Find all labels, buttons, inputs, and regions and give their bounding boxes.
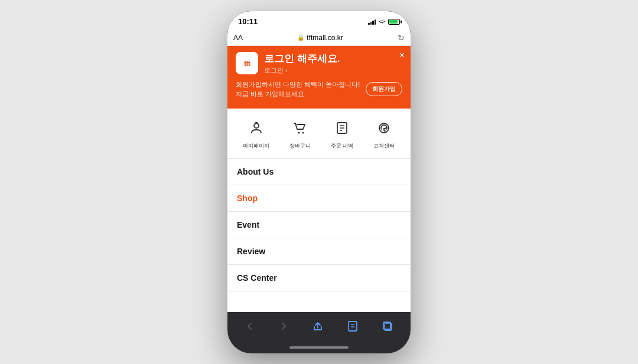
url-field[interactable]: 🔒 tftmall.co.kr (248, 34, 393, 42)
content-area: × tft 로그인 해주세요. 로그인 › 회원가입하시면 다양한 혜택이 쏟아… (227, 46, 411, 312)
svg-point-0 (254, 123, 259, 128)
quick-icon-orders[interactable]: 주문 내역 (331, 117, 354, 150)
login-heading: 로그인 해주세요. (264, 52, 340, 65)
member-text-line2: 지금 바로 가입해보세요. (236, 90, 306, 97)
nav-item-review[interactable]: Review (227, 238, 411, 265)
svg-point-3 (302, 132, 304, 133)
mypage-icon (245, 117, 268, 139)
orange-banner: × tft 로그인 해주세요. 로그인 › 회원가입하시면 다양한 혜택이 쏟아… (227, 46, 411, 109)
nav-label-about: About Us (237, 167, 274, 176)
refresh-icon[interactable]: ↻ (398, 33, 405, 42)
member-text: 회원가입하시면 다양한 혜택이 쏟아집니다! 지금 바로 가입해보세요. (236, 80, 360, 99)
back-button[interactable] (240, 319, 260, 334)
login-link[interactable]: 로그인 › (264, 66, 340, 75)
url-aa-button[interactable]: AA (233, 34, 243, 42)
mypage-label: 마이페이지 (243, 142, 269, 150)
quick-icons-section: 마이페이지 장바구니 (227, 109, 411, 159)
join-button[interactable]: 회원가입 (366, 82, 402, 96)
cs-icon (373, 117, 395, 139)
nav-label-cs-center: CS Center (237, 273, 277, 283)
close-button[interactable]: × (399, 51, 405, 60)
forward-button[interactable] (274, 319, 294, 334)
orders-icon (331, 117, 353, 139)
status-icons (368, 19, 400, 25)
nav-item-about[interactable]: About Us (227, 159, 411, 185)
quick-icon-cs[interactable]: 고객센터 (373, 117, 395, 150)
status-time: 10:11 (238, 17, 258, 26)
svg-rect-9 (349, 322, 357, 331)
svg-point-2 (298, 132, 300, 133)
lock-icon: 🔒 (297, 34, 304, 41)
member-row: 회원가입하시면 다양한 혜택이 쏟아집니다! 지금 바로 가입해보세요. 회원가… (236, 80, 402, 99)
cart-label: 장바구니 (289, 142, 311, 150)
home-indicator (227, 344, 411, 353)
nav-label-event: Event (237, 220, 259, 229)
battery-icon (388, 19, 400, 25)
tft-logo: tft (236, 52, 258, 74)
nav-label-shop: Shop (237, 194, 258, 203)
nav-item-cs-center[interactable]: CS Center (227, 265, 411, 291)
quick-icon-mypage[interactable]: 마이페이지 (243, 117, 269, 150)
tabs-button[interactable] (377, 318, 398, 335)
status-bar: 10:11 (227, 11, 411, 30)
url-bar: AA 🔒 tftmall.co.kr ↻ (227, 30, 411, 46)
quick-icon-cart[interactable]: 장바구니 (289, 117, 311, 150)
phone-frame: 10:11 AA 🔒 tftmall.co. (227, 11, 411, 353)
nav-label-review: Review (237, 247, 265, 256)
cs-label: 고객센터 (373, 142, 395, 150)
wifi-icon (378, 19, 386, 25)
share-button[interactable] (307, 318, 328, 335)
bookmarks-button[interactable] (342, 318, 363, 335)
login-row: tft 로그인 해주세요. 로그인 › (236, 52, 402, 75)
home-bar (289, 346, 349, 349)
nav-item-shop[interactable]: Shop (227, 185, 411, 212)
bottom-toolbar (227, 312, 411, 344)
url-text: tftmall.co.kr (307, 34, 343, 42)
orders-label: 주문 내역 (331, 142, 354, 150)
cart-icon (289, 117, 311, 139)
phone-screen: 10:11 AA 🔒 tftmall.co. (227, 11, 411, 353)
login-text-block: 로그인 해주세요. 로그인 › (264, 52, 340, 75)
nav-menu: About Us Shop Event Review CS Center (227, 159, 411, 312)
signal-icon (368, 19, 376, 25)
svg-rect-1 (255, 122, 258, 124)
nav-item-event[interactable]: Event (227, 212, 411, 238)
member-text-line1: 회원가입하시면 다양한 혜택이 쏟아집니다! (236, 81, 360, 88)
